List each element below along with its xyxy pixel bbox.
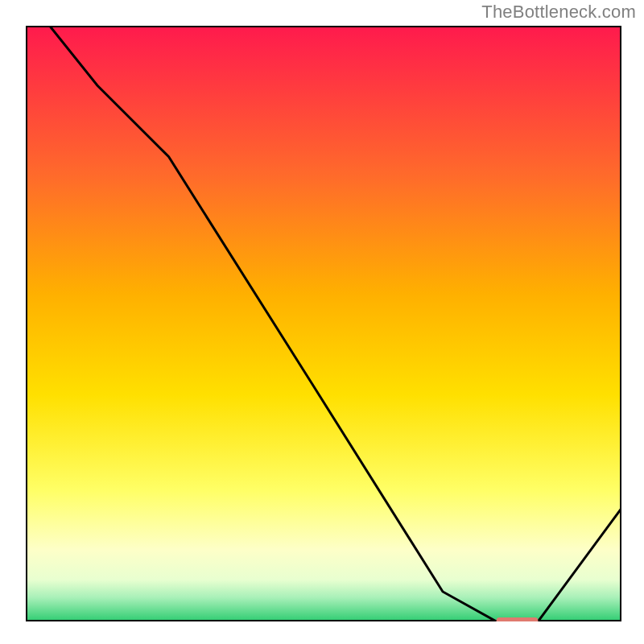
- gradient-background: [26, 26, 621, 621]
- watermark-text: TheBottleneck.com: [481, 2, 636, 23]
- chart-container: TheBottleneck.com: [0, 0, 644, 644]
- optimum-marker: [497, 617, 539, 621]
- chart-svg: [26, 26, 621, 621]
